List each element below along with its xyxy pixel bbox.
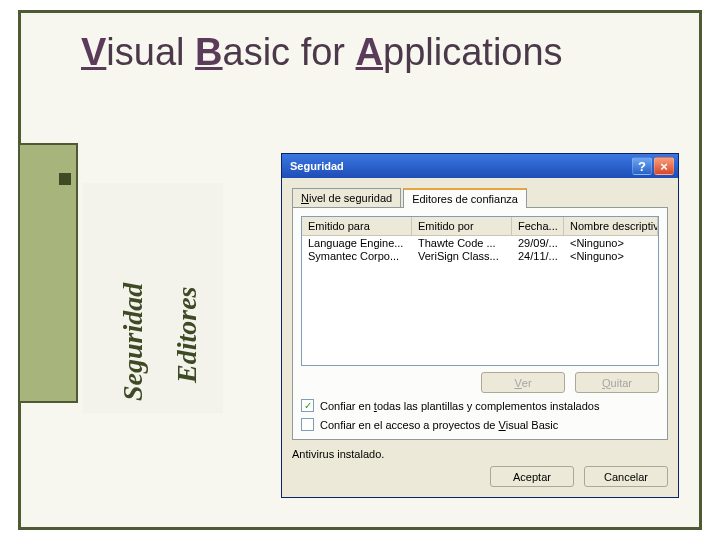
label-seguridad: Seguridad (117, 283, 149, 401)
trust-templates-label: Confiar en todas las plantillas y comple… (320, 400, 599, 412)
dialog-titlebar[interactable]: Seguridad ? × (282, 154, 678, 178)
col-emitido-para[interactable]: Emitido para (302, 217, 412, 235)
view-button[interactable]: Ver (481, 372, 565, 393)
bullet-square (59, 173, 71, 185)
tab-editores-confianza[interactable]: Editores de confianza (403, 188, 527, 208)
trust-vb-access-checkbox[interactable] (301, 418, 314, 431)
remove-button[interactable]: Quitar (575, 372, 659, 393)
cancel-button[interactable]: Cancelar (584, 466, 668, 487)
col-emitido-por[interactable]: Emitido por (412, 217, 512, 235)
publishers-listview[interactable]: Emitido para Emitido por Fecha... Nombre… (301, 216, 659, 366)
tab-nivel-seguridad[interactable]: Nivel de seguridad (292, 188, 401, 207)
dialog-title: Seguridad (290, 160, 344, 172)
status-text: Antivirus instalado. (292, 448, 668, 460)
security-dialog: Seguridad ? × Nivel de seguridad Editore… (281, 153, 679, 498)
slide-title: Visual Basic for Applications (81, 31, 563, 74)
accept-button[interactable]: Aceptar (490, 466, 574, 487)
help-button[interactable]: ? (632, 157, 652, 175)
list-row[interactable]: Symantec Corpo... VeriSign Class... 24/1… (302, 249, 658, 262)
tab-strip: Nivel de seguridad Editores de confianza (292, 186, 668, 208)
col-fecha[interactable]: Fecha... (512, 217, 564, 235)
trust-vb-access-label: Confiar en el acceso a proyectos de Visu… (320, 419, 558, 431)
list-row[interactable]: Language Engine... Thawte Code ... 29/09… (302, 236, 658, 249)
vertical-labels: Seguridad Editores (83, 183, 223, 413)
col-nombre[interactable]: Nombre descriptivo (564, 217, 658, 235)
trust-templates-checkbox[interactable]: ✓ (301, 399, 314, 412)
label-editores: Editores (171, 287, 203, 383)
close-button[interactable]: × (654, 157, 674, 175)
